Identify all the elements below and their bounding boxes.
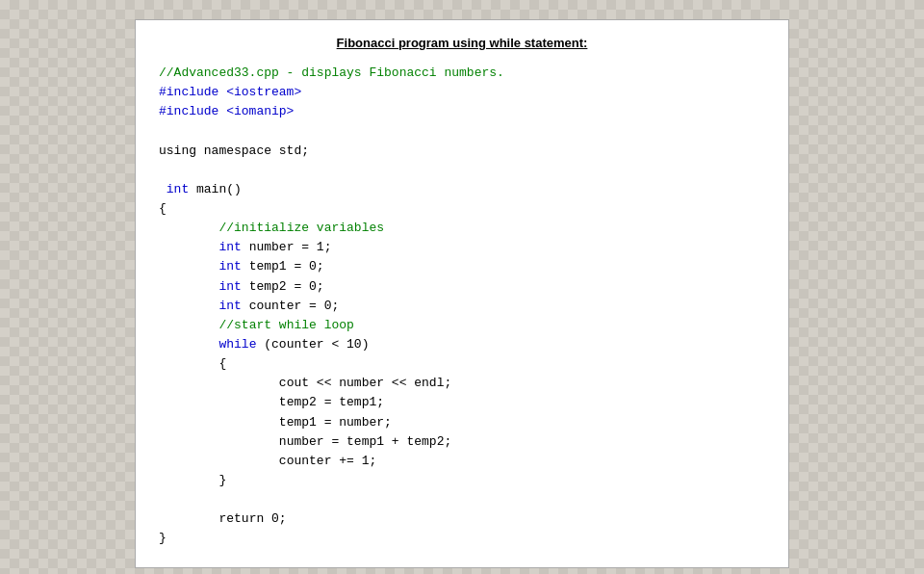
code-normal: temp1 = number;	[279, 415, 392, 430]
code-normal: (counter < 10)	[256, 337, 369, 352]
page-title: Fibonacci program using while statement:	[159, 36, 765, 50]
code-keyword: int	[218, 259, 241, 274]
code-keyword: while	[218, 337, 256, 352]
code-line-18: temp2 = temp1;	[159, 393, 765, 412]
code-line-22: }	[159, 471, 765, 490]
code-line-9: //initialize variables	[159, 219, 765, 238]
code-normal: temp2 = 0;	[242, 279, 324, 294]
code-line-14: //start while loop	[159, 316, 765, 335]
code-normal: {	[218, 356, 226, 371]
code-normal: temp2 = temp1;	[279, 395, 384, 409]
code-line-21: counter += 1;	[159, 452, 765, 471]
code-line-20: number = temp1 + temp2;	[159, 432, 765, 452]
code-line-5: using namespace std;	[159, 142, 765, 161]
code-normal: using namespace std;	[159, 144, 309, 158]
code-keyword: int	[218, 240, 241, 254]
code-line-8: {	[159, 199, 765, 219]
code-line-24: return 0;	[159, 509, 765, 529]
code-line-16: {	[159, 354, 765, 374]
code-normal: temp1 = 0;	[242, 259, 324, 274]
code-line-25: }	[159, 529, 765, 548]
code-line-11: int temp1 = 0;	[159, 257, 765, 276]
code-normal: {	[159, 201, 167, 216]
code-line-1: //Advanced33.cpp - displays Fibonacci nu…	[159, 64, 765, 83]
code-preprocessor: #include <iostream>	[159, 85, 301, 99]
code-normal: cout << number << endl;	[279, 376, 451, 390]
code-block: //Advanced33.cpp - displays Fibonacci nu…	[159, 64, 765, 549]
content-area: Fibonacci program using while statement:…	[135, 19, 789, 568]
code-normal: }	[218, 473, 226, 487]
code-keyword: int	[167, 182, 189, 196]
code-normal: number = 1;	[242, 240, 332, 254]
code-line-6	[159, 161, 765, 180]
code-line-2: #include <iostream>	[159, 83, 765, 102]
code-normal: return 0;	[218, 511, 286, 526]
code-comment: //start while loop	[218, 318, 353, 332]
code-comment: //Advanced33.cpp - displays Fibonacci nu…	[159, 65, 504, 80]
code-comment: //initialize variables	[218, 221, 384, 235]
code-normal: counter = 0;	[242, 299, 339, 313]
code-keyword: int	[218, 279, 241, 294]
code-line-23	[159, 490, 765, 509]
code-line-7: int main()	[159, 180, 765, 199]
code-line-13: int counter = 0;	[159, 297, 765, 316]
code-line-17: cout << number << endl;	[159, 374, 765, 393]
code-normal: number = temp1 + temp2;	[279, 434, 451, 449]
code-line-10: int number = 1;	[159, 238, 765, 257]
code-line-3: #include <iomanip>	[159, 102, 765, 121]
code-normal: main()	[189, 182, 242, 196]
code-line-4	[159, 121, 765, 141]
code-normal: }	[159, 531, 167, 545]
code-line-15: while (counter < 10)	[159, 335, 765, 354]
code-line-19: temp1 = number;	[159, 413, 765, 432]
code-preprocessor: #include <iomanip>	[159, 104, 294, 118]
code-line-12: int temp2 = 0;	[159, 277, 765, 297]
code-keyword: int	[218, 299, 241, 313]
code-normal: counter += 1;	[279, 454, 376, 468]
